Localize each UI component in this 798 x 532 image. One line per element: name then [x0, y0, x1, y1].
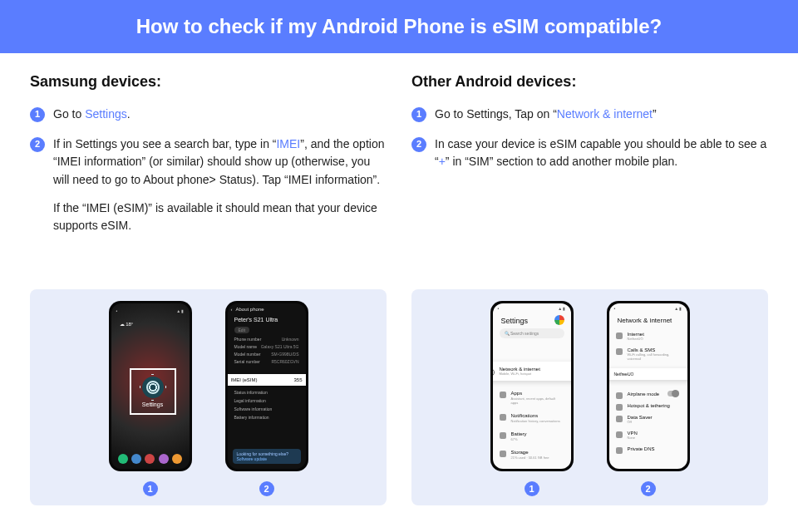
other-shot-2: •▲ ▮ Network & internet InternetNetfreeU…	[607, 301, 690, 497]
settings-list: AppsAssistant, recent apps, default apps…	[500, 387, 564, 469]
device-name: Peter's S21 Ultra	[234, 317, 278, 323]
highlight-settings: Settings	[85, 107, 127, 121]
phone-frame: •▲ ▮ Network & internet InternetNetfreeU…	[607, 301, 690, 471]
other-heading: Other Android devices:	[411, 73, 768, 91]
screenshot-badge: 2	[641, 481, 656, 496]
settings-app-highlight: Settings	[130, 368, 176, 415]
phone-frame: •▲ ▮ Settings 🔍 Search settings Network …	[490, 301, 574, 471]
other-screenshots-panel: •▲ ▮ Settings 🔍 Search settings Network …	[411, 289, 768, 505]
network-internet-title: Network & internet	[618, 317, 672, 324]
gear-icon	[142, 377, 164, 398]
screenshot-badge: 1	[143, 481, 158, 496]
samsung-step-2: 2 If in Settings you see a search bar, t…	[30, 135, 387, 235]
samsung-shot-2: ‹About phone Peter's S21 Ultra Edit Phon…	[225, 301, 308, 497]
other-step-1: 1 Go to Settings, Tap on “Network & inte…	[411, 106, 768, 124]
imei-esim-callout: IMEI (eSIM) 355	[228, 374, 306, 386]
settings-title: Settings	[501, 317, 529, 325]
other-steps: 1 Go to Settings, Tap on “Network & inte…	[411, 106, 768, 183]
content-columns: Samsung devices: 1 Go to Settings. 2 If …	[0, 53, 798, 505]
step-number-badge: 2	[411, 137, 426, 152]
chevron-left-icon: ‹	[231, 307, 233, 312]
sims-callout: NetfreeUO +	[609, 368, 687, 380]
page-title: How to check if my Android Phone is eSIM…	[136, 15, 663, 37]
about-sections: Status information Legal information Sof…	[234, 388, 273, 421]
toggle-icon	[667, 391, 679, 397]
highlight-imei: IMEI	[276, 137, 300, 150]
network-list-lower: Airplane mode Hotspot & tethering Data S…	[616, 388, 681, 455]
samsung-step-1: 1 Go to Settings.	[30, 106, 387, 124]
screenshot-badge: 1	[525, 481, 539, 496]
step-number-badge: 1	[30, 107, 45, 122]
samsung-steps: 1 Go to Settings. 2 If in Settings you s…	[30, 106, 387, 247]
about-phone-rows: Phone numberUnknown Model nameGalaxy S21…	[234, 337, 299, 367]
step-body: If in Settings you see a search bar, typ…	[53, 135, 387, 235]
dock	[116, 454, 185, 464]
other-step-2: 2 In case your device is eSIM capable yo…	[411, 135, 768, 171]
step-body: Go to Settings.	[53, 106, 387, 124]
search-settings-bar: 🔍 Search settings	[500, 328, 564, 338]
samsung-shot-1: •▲ ▮ ☁ 18° Settings 1	[109, 301, 192, 497]
other-shot-1: •▲ ▮ Settings 🔍 Search settings Network …	[490, 301, 574, 497]
page-header: How to check if my Android Phone is eSIM…	[0, 0, 798, 53]
settings-label: Settings	[142, 401, 163, 407]
edit-pill: Edit	[234, 327, 250, 333]
samsung-column: Samsung devices: 1 Go to Settings. 2 If …	[30, 73, 387, 505]
phone-frame: •▲ ▮ ☁ 18° Settings	[109, 301, 192, 471]
footer-prompt: Looking for something else? Software upd…	[233, 449, 301, 464]
highlight-plus: +	[439, 155, 446, 168]
screenshot-badge: 2	[259, 481, 274, 496]
samsung-heading: Samsung devices:	[30, 73, 387, 91]
other-column: Other Android devices: 1 Go to Settings,…	[411, 73, 768, 505]
step-number-badge: 2	[30, 137, 45, 152]
phone-frame: ‹About phone Peter's S21 Ultra Edit Phon…	[225, 301, 308, 471]
highlight-network-internet: Network & internet	[557, 107, 653, 121]
step-number-badge: 1	[411, 107, 426, 122]
profile-avatar-icon	[554, 315, 564, 325]
network-internet-callout: Network & internet Mobile, Wi-Fi, hotspo…	[493, 362, 571, 381]
samsung-screenshots-panel: •▲ ▮ ☁ 18° Settings 1	[30, 289, 387, 505]
